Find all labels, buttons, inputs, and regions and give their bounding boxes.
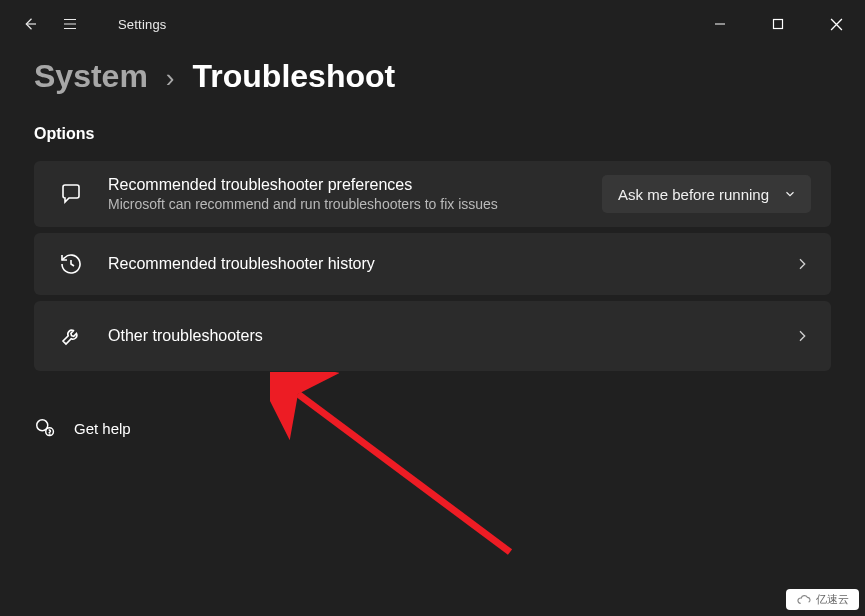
help-icon <box>34 417 56 439</box>
breadcrumb-separator-icon: › <box>166 63 175 94</box>
svg-rect-0 <box>774 20 783 29</box>
card-troubleshooter-history[interactable]: Recommended troubleshooter history <box>34 233 831 295</box>
page-content: System › Troubleshoot Options Recommende… <box>0 48 865 439</box>
close-button[interactable] <box>807 0 865 48</box>
chevron-right-icon <box>793 256 811 272</box>
card-troubleshooter-preferences[interactable]: Recommended troubleshooter preferences M… <box>34 161 831 227</box>
chevron-right-icon <box>793 328 811 344</box>
minimize-button[interactable] <box>691 0 749 48</box>
card-title: Recommended troubleshooter history <box>108 255 793 273</box>
breadcrumb-current: Troubleshoot <box>193 58 396 95</box>
back-arrow-icon <box>21 15 39 33</box>
history-icon <box>56 252 86 276</box>
card-text: Recommended troubleshooter preferences M… <box>108 176 602 212</box>
card-title: Recommended troubleshooter preferences <box>108 176 602 194</box>
close-icon <box>830 18 843 31</box>
card-other-troubleshooters[interactable]: Other troubleshooters <box>34 301 831 371</box>
options-list: Recommended troubleshooter preferences M… <box>34 161 831 371</box>
help-label: Get help <box>74 420 131 437</box>
card-subtitle: Microsoft can recommend and run troubles… <box>108 196 602 212</box>
breadcrumb: System › Troubleshoot <box>34 58 831 95</box>
preferences-dropdown[interactable]: Ask me before running <box>602 175 811 213</box>
get-help-link[interactable]: Get help <box>34 417 831 439</box>
svg-point-3 <box>49 434 50 435</box>
chat-bubble-icon <box>56 182 86 206</box>
watermark-text: 亿速云 <box>816 592 849 607</box>
maximize-icon <box>772 18 784 30</box>
wrench-icon <box>56 324 86 348</box>
titlebar: Settings <box>0 0 865 48</box>
maximize-button[interactable] <box>749 0 807 48</box>
breadcrumb-parent[interactable]: System <box>34 58 148 95</box>
minimize-icon <box>714 18 726 30</box>
card-text: Recommended troubleshooter history <box>108 255 793 273</box>
chevron-down-icon <box>783 187 797 201</box>
nav-menu-button[interactable] <box>50 0 90 48</box>
app-title: Settings <box>118 17 167 32</box>
card-title: Other troubleshooters <box>108 327 793 345</box>
section-label-options: Options <box>34 125 831 143</box>
window-controls <box>691 0 865 48</box>
cloud-icon <box>796 594 812 606</box>
back-button[interactable] <box>10 0 50 48</box>
hamburger-icon <box>61 15 79 33</box>
watermark: 亿速云 <box>786 589 859 610</box>
dropdown-value: Ask me before running <box>618 186 769 203</box>
card-text: Other troubleshooters <box>108 327 793 345</box>
